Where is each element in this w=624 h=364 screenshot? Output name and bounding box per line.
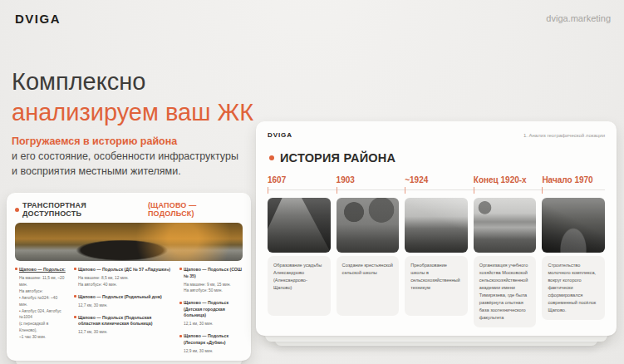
route-title: Щапово — Подольск (Подольская областная … xyxy=(78,315,172,327)
slide-section-label: 1. Анализ географической локации xyxy=(523,133,605,138)
timeline-tick xyxy=(405,190,468,198)
timeline-tick xyxy=(474,190,537,198)
timeline-desc: Организация учебного хозяйства Московско… xyxy=(474,256,537,327)
route-title: Щапово — Подольск: xyxy=(19,267,66,273)
timeline-axis xyxy=(268,189,605,198)
timeline-desc: Строительство молочного комплекса, вокру… xyxy=(542,256,605,320)
page-title-line-1: Комплексно xyxy=(12,66,261,97)
route-details: На машине: 11,5 км, ~20 мин. На автобусе… xyxy=(19,275,66,341)
timeline-tick xyxy=(337,190,400,198)
location-pin-icon xyxy=(74,316,76,318)
route-title: Щапово — Подольск (Лесопарк «Дубки») xyxy=(184,333,243,346)
location-pin-icon xyxy=(179,335,182,337)
transport-columns: Щапово — Подольск: На машине: 11,5 км, ~… xyxy=(13,267,244,355)
location-pin-icon xyxy=(179,268,182,270)
intro-text: и его состояние, особенности инфраструкт… xyxy=(12,150,238,176)
brand-logo[interactable]: DVIGA xyxy=(15,12,61,26)
timeline-entry: Строительство молочного комплекса, вокру… xyxy=(542,198,605,327)
route-title: Щапово — Подольск (СОШ № 35) xyxy=(184,267,243,279)
transport-title-text: ТРАНСПОРТНАЯ ДОСТУПНОСТЬ xyxy=(22,201,145,218)
route-title: Щапово — Подольск (ДС № 57 «Ладушки») xyxy=(78,267,170,273)
route-details: На машине: 9 км, 15 мин. На автобусе: 50… xyxy=(184,282,243,295)
page-title: Комплексно анализируем ваш ЖК xyxy=(12,66,261,127)
timeline-date: Конец 1920-х xyxy=(474,175,537,189)
location-pin-icon xyxy=(15,268,17,270)
transport-card: ТРАНСПОРТНАЯ ДОСТУПНОСТЬ (ЩАПОВО — ПОДОЛ… xyxy=(7,193,251,361)
timeline-date: 1903 xyxy=(337,175,400,189)
timeline-entries: Образование усадьбы Александрово (Алекса… xyxy=(268,198,605,327)
intro-highlight: Погружаемся в историю района xyxy=(12,135,253,149)
route-details: На машине: 8,5 км, 12 мин. На автобусе: … xyxy=(78,275,172,288)
timeline-photo-classroom xyxy=(405,198,468,253)
timeline-date: 1607 xyxy=(268,175,331,189)
timeline-date: Начало 1970 xyxy=(542,175,605,189)
history-slide-card: DVIGA 1. Анализ географической локации И… xyxy=(256,121,617,336)
timeline-photo-school xyxy=(337,198,400,253)
route-details: 12,7 км, 30 мин. xyxy=(78,329,172,336)
timeline-desc: Образование усадьбы Александрово (Алекса… xyxy=(268,256,331,316)
transport-card-stack: ТРАНСПОРТНАЯ ДОСТУПНОСТЬ (ЩАПОВО — ПОДОЛ… xyxy=(7,193,251,364)
location-pin-icon xyxy=(74,295,76,298)
intro: Погружаемся в историю района и его состо… xyxy=(12,135,253,179)
transport-column: Щапово — Подольск (СОШ № 35) На машине: … xyxy=(179,267,243,355)
transport-route-block: Щапово — Подольск (Детская городская бол… xyxy=(179,300,243,327)
timeline-tick xyxy=(268,190,331,198)
timeline-desc: Преобразование школы в сельскохозяйствен… xyxy=(405,256,468,316)
timeline: 1607 1903 ~1924 Конец 1920-х Начало 1970… xyxy=(268,175,605,327)
timeline-entry: Создание крестьянской сельской школы xyxy=(337,198,400,327)
timeline-photo-academy xyxy=(474,198,537,253)
bullet-icon xyxy=(15,208,19,212)
transport-route-block: Щапово — Подольск: На машине: 11,5 км, ~… xyxy=(15,267,66,341)
route-details: 12,1 км, 30 мин. xyxy=(184,321,243,327)
route-title: Щапово — Подольск (Детская городская бол… xyxy=(184,300,243,319)
timeline-entry: Образование усадьбы Александрово (Алекса… xyxy=(268,198,331,327)
route-details: 12,7 км, 30 мин. xyxy=(78,303,172,309)
transport-column: Щапово — Подольск: На машине: 11,5 км, ~… xyxy=(15,267,66,355)
transport-route-block: Щапово — Подольск (Родильный дом) 12,7 к… xyxy=(74,294,172,309)
bullet-icon xyxy=(269,155,274,160)
transport-route-block: Щапово — Подольск (Подольская областная … xyxy=(74,315,172,336)
site-link[interactable]: dviga.marketing xyxy=(546,13,611,23)
timeline-entry: Организация учебного хозяйства Московско… xyxy=(474,198,537,327)
route-details: 12,9 км, 30 мин. xyxy=(184,348,243,355)
transport-card-title: ТРАНСПОРТНАЯ ДОСТУПНОСТЬ (ЩАПОВО — ПОДОЛ… xyxy=(13,199,244,222)
timeline-photo-dairy-complex xyxy=(542,198,605,253)
page-background: { "page": { "brand": "DVIGA", "site": "d… xyxy=(0,0,624,364)
slide-title: ИСТОРИЯ РАЙОНА xyxy=(269,151,605,165)
timeline-date: ~1924 xyxy=(405,175,468,189)
transport-route-block: Щапово — Подольск (ДС № 57 «Ладушки») На… xyxy=(74,267,172,288)
timeline-photo-manor xyxy=(268,198,331,253)
transport-route-block: Щапово — Подольск (СОШ № 35) На машине: … xyxy=(179,267,243,294)
timeline-desc: Создание крестьянской сельской школы xyxy=(337,256,400,316)
slide-title-text: ИСТОРИЯ РАЙОНА xyxy=(280,151,396,165)
slide-brand-logo: DVIGA xyxy=(268,131,292,139)
timeline-tick xyxy=(542,190,605,198)
history-slide-stack: DVIGA 1. Анализ географической локации И… xyxy=(256,121,617,346)
location-pin-icon xyxy=(74,268,76,270)
timeline-entry: Преобразование школы в сельскохозяйствен… xyxy=(405,198,468,327)
location-pin-icon xyxy=(179,302,182,304)
timeline-dates: 1607 1903 ~1924 Конец 1920-х Начало 1970 xyxy=(268,175,605,189)
transport-road-photo xyxy=(15,223,243,261)
transport-route-block: Щапово — Подольск (Лесопарк «Дубки») 12,… xyxy=(179,333,243,354)
route-title: Щапово — Подольск (Родильный дом) xyxy=(78,294,162,301)
slide-header: DVIGA 1. Анализ географической локации xyxy=(268,131,605,139)
transport-title-location: (ЩАПОВО — ПОДОЛЬСК) xyxy=(148,201,243,218)
page-title-line-2: анализируем ваш ЖК xyxy=(12,97,261,128)
transport-column: Щапово — Подольск (ДС № 57 «Ладушки») На… xyxy=(74,267,172,355)
